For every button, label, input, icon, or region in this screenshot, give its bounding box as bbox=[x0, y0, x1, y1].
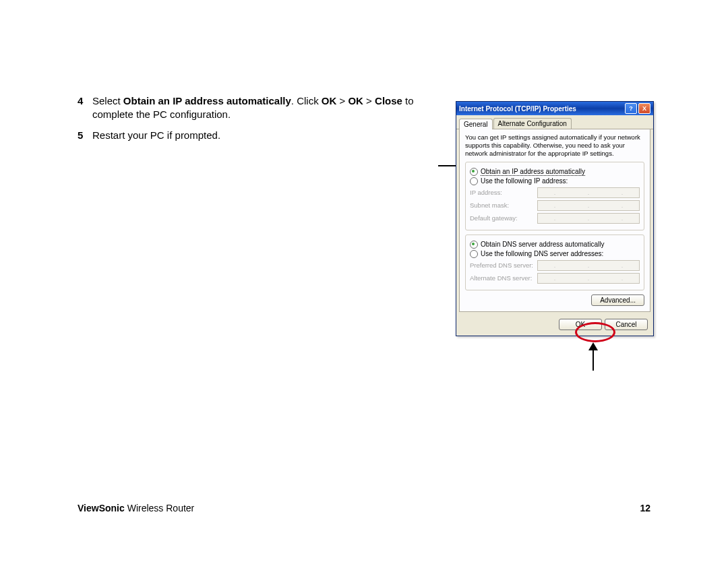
page-footer: ViewSonic Wireless Router 12 bbox=[78, 503, 650, 513]
step-4: 4 Select Obtain an IP address automatica… bbox=[78, 94, 431, 122]
advanced-row: Advanced... bbox=[465, 294, 644, 306]
dns-group: Obtain DNS server address automatically … bbox=[465, 235, 644, 290]
field-preferred-dns: Preferred DNS server: ... bbox=[470, 260, 640, 271]
footer-brand: ViewSonic bbox=[78, 503, 125, 513]
alternate-dns-input: ... bbox=[537, 273, 640, 284]
radio-icon bbox=[470, 241, 478, 249]
field-ip-address: IP address: ... bbox=[470, 187, 640, 198]
arrow-up-icon bbox=[586, 342, 600, 371]
ip-group: Obtain an IP address automatically Use t… bbox=[465, 162, 644, 230]
radio-label: Obtain DNS server address automatically bbox=[481, 241, 604, 248]
step-text: Restart your PC if prompted. bbox=[92, 129, 431, 142]
radio-icon bbox=[470, 250, 478, 258]
tab-general[interactable]: General bbox=[459, 119, 493, 129]
default-gateway-input: ... bbox=[537, 213, 640, 224]
dialog-info-text: You can get IP settings assigned automat… bbox=[465, 133, 644, 158]
field-label: Subnet mask: bbox=[470, 201, 537, 209]
dialog-title: Internet Protocol (TCP/IP) Properties bbox=[459, 105, 624, 113]
field-label: Default gateway: bbox=[470, 214, 537, 222]
preferred-dns-input: ... bbox=[537, 260, 640, 271]
radio-label: Use the following DNS server addresses: bbox=[481, 250, 603, 257]
step-5: 5 Restart your PC if prompted. bbox=[78, 129, 431, 142]
dialog-titlebar[interactable]: Internet Protocol (TCP/IP) Properties ? … bbox=[456, 102, 653, 115]
footer-product: Wireless Router bbox=[125, 503, 194, 513]
tcpip-properties-dialog: Internet Protocol (TCP/IP) Properties ? … bbox=[456, 101, 654, 336]
help-icon[interactable]: ? bbox=[625, 103, 637, 114]
advanced-button[interactable]: Advanced... bbox=[591, 294, 644, 306]
close-icon[interactable]: X bbox=[638, 103, 650, 114]
radio-label: Use the following IP address: bbox=[481, 177, 568, 185]
page-number: 12 bbox=[640, 503, 650, 513]
radio-icon bbox=[470, 168, 478, 176]
ip-address-input: ... bbox=[537, 187, 640, 198]
radio-obtain-ip-auto[interactable]: Obtain an IP address automatically bbox=[470, 168, 640, 176]
step-number: 5 bbox=[78, 129, 92, 142]
dialog-tabs: General Alternate Configuration bbox=[456, 115, 653, 129]
cancel-button[interactable]: Cancel bbox=[605, 319, 648, 330]
radio-use-following-dns[interactable]: Use the following DNS server addresses: bbox=[470, 250, 640, 258]
dialog-bottom-buttons: OK Cancel bbox=[456, 315, 653, 336]
step-number: 4 bbox=[78, 94, 92, 122]
radio-icon bbox=[470, 177, 478, 185]
field-default-gateway: Default gateway: ... bbox=[470, 213, 640, 224]
radio-obtain-dns-auto[interactable]: Obtain DNS server address automatically bbox=[470, 241, 640, 249]
step-text: Select Obtain an IP address automaticall… bbox=[92, 94, 431, 122]
radio-use-following-ip[interactable]: Use the following IP address: bbox=[470, 177, 640, 185]
instruction-list: 4 Select Obtain an IP address automatica… bbox=[78, 94, 431, 149]
tab-body: You can get IP settings assigned automat… bbox=[459, 129, 650, 312]
field-label: Alternate DNS server: bbox=[470, 274, 537, 282]
ok-button[interactable]: OK bbox=[559, 319, 602, 330]
radio-label: Obtain an IP address automatically bbox=[481, 168, 585, 176]
footer-left: ViewSonic Wireless Router bbox=[78, 503, 194, 513]
field-label: Preferred DNS server: bbox=[470, 261, 537, 269]
field-label: IP address: bbox=[470, 189, 537, 196]
field-alternate-dns: Alternate DNS server: ... bbox=[470, 273, 640, 284]
subnet-mask-input: ... bbox=[537, 200, 640, 211]
field-subnet-mask: Subnet mask: ... bbox=[470, 200, 640, 211]
tab-alternate-configuration[interactable]: Alternate Configuration bbox=[493, 118, 572, 129]
